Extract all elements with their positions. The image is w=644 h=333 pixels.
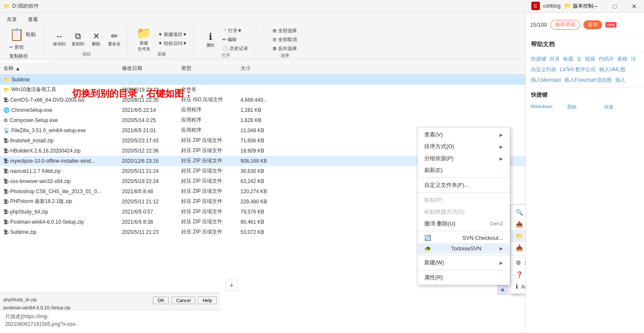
- file-icon: 🗜: [3, 168, 8, 174]
- help-link-code[interactable]: 代码片: [599, 56, 614, 63]
- rename-button[interactable]: ✏ 重命名: [105, 27, 123, 51]
- context-menu-item-group[interactable]: 分组依据(P) ▶: [417, 153, 510, 164]
- help-link-title[interactable]: 标题: [563, 56, 573, 63]
- shortcut-icons[interactable]: 图标: [567, 104, 602, 110]
- close-button[interactable]: ✕: [625, 0, 644, 13]
- context-menu-item-refresh[interactable]: 刷新(E): [417, 164, 510, 176]
- new-folder-button[interactable]: 📁 新建 文件夹: [134, 27, 154, 51]
- shortcut-fast[interactable]: 快捷: [604, 104, 639, 110]
- copy-to-button[interactable]: ⧉ 复制到: [69, 27, 87, 51]
- edit-button[interactable]: ✏ 编辑: [220, 36, 251, 44]
- help-link-table[interactable]: 表格: [617, 56, 627, 63]
- select-all-button[interactable]: ⊞ 全部选择: [270, 27, 299, 35]
- context-menu-item-view[interactable]: 查看(V) ▶: [417, 129, 510, 141]
- table-row[interactable]: 🌐ChromeSetup.exe 2021/6/5 22:14 应用程序 1,2…: [0, 105, 525, 115]
- delete-icon: ✕: [93, 31, 100, 41]
- maximize-button[interactable]: □: [605, 0, 625, 13]
- context-menu-item-undo[interactable]: 撤消 删除(U) Ctrl+Z: [417, 218, 510, 230]
- context-menu-item-svn-checkout[interactable]: 🔄 SVN Checkout...: [417, 233, 510, 243]
- paste-button[interactable]: 📋 粘贴: [7, 27, 39, 42]
- help-link-insert[interactable]: 插入: [615, 77, 625, 84]
- save-draft-button[interactable]: 保存草稿: [550, 20, 580, 30]
- file-icon: 🗜: [3, 229, 8, 235]
- table-row[interactable]: ⚙Composer-Setup.exe 2020/5/14 0:25 应用程序 …: [0, 115, 525, 125]
- file-icon: 🗜: [3, 148, 8, 154]
- help-link-flowchart[interactable]: 插入Flowchart流程图: [564, 77, 612, 84]
- help-link-latex[interactable]: LaTeX 数学公式: [560, 66, 596, 73]
- col-modified-header[interactable]: 修改日期: [119, 65, 178, 72]
- copy-icon: ⧉: [75, 31, 81, 41]
- move-to-button[interactable]: ↔ 移动到: [50, 27, 68, 51]
- user-avatar: C: [531, 2, 540, 10]
- arrow-right-icon: ▶: [500, 144, 503, 149]
- context-menu-item-sort[interactable]: 排序方式(O) ▶: [417, 141, 510, 153]
- right-panel: 15/100 保存草稿 发布 new 帮助文档 快捷键 目录 标题 文 链接 代…: [525, 13, 644, 333]
- file-icon: 📁: [3, 87, 10, 93]
- title-bar: 📁 D:\我的软件 ─ □ ✕ C cxhblog 📁 版本控制: [0, 0, 644, 13]
- invert-icon: ⊠: [273, 46, 276, 51]
- file-icon: 🗜: [3, 199, 8, 205]
- context-menu-item-tortoisesvn[interactable]: 🐢 TortoiseSVN ▶: [417, 243, 510, 254]
- new-item-button[interactable]: ▼ 新建项目▼: [155, 31, 190, 39]
- open-label: 打开: [222, 53, 230, 59]
- help-link-shortcut[interactable]: 快捷键: [531, 56, 546, 63]
- file-icon: 🗜: [3, 219, 8, 225]
- organize-label: 组织: [83, 51, 91, 58]
- context-menu-item-customize[interactable]: 自定义文件夹(F)...: [417, 179, 510, 191]
- column-headers: 名称 ▲ 修改日期 类型 大小: [0, 63, 525, 75]
- col-size-header[interactable]: 大小: [237, 65, 279, 72]
- table-row[interactable]: 📁Win10激活备用工具 2020/8/19 23:42 文件夹: [0, 85, 525, 95]
- invert-select-button[interactable]: ⊠ 反向选择: [270, 44, 299, 53]
- easy-access-button[interactable]: ▼ 轻松访问▼: [155, 39, 190, 47]
- version-text: 版本控制: [573, 3, 593, 10]
- context-menu-item-paste-shortcut[interactable]: 粘贴快捷方式(S): [417, 206, 510, 218]
- cut-button[interactable]: ✂ 剪切: [7, 43, 26, 51]
- add-content-button[interactable]: +: [226, 280, 238, 291]
- file-icon: 🌐: [3, 107, 10, 113]
- col-name-header[interactable]: 名称 ▲: [0, 65, 119, 72]
- select-none-button[interactable]: ⊟ 全部取消: [270, 36, 299, 44]
- delete-button[interactable]: ✕ 删除: [88, 27, 105, 51]
- help-link-note[interactable]: 注: [631, 56, 636, 63]
- help-link-mermaid[interactable]: 插入Mermaid: [531, 77, 561, 84]
- table-row[interactable]: 🗜CentOS-7-x86_64-DVD-2003.iso 2020/8/11 …: [0, 95, 525, 105]
- help-link-link[interactable]: 链接: [585, 56, 595, 63]
- col-type-header[interactable]: 类型: [178, 65, 237, 72]
- open-button[interactable]: ↗ 打开▼: [220, 27, 251, 35]
- file-icon: 🗜: [3, 209, 8, 215]
- context-menu-separator: [417, 178, 510, 178]
- dialog-help-button[interactable]: Help: [198, 297, 217, 304]
- properties-button[interactable]: ℹ 属性: [202, 28, 219, 52]
- publish-button[interactable]: 发布: [583, 20, 602, 29]
- context-menu-separator: [417, 231, 510, 231]
- new-label: 新建: [158, 51, 166, 58]
- about-icon: ℹ: [516, 283, 518, 290]
- select-label: 选择: [281, 53, 289, 59]
- help-link-custom-list[interactable]: 自定义列表: [531, 66, 556, 73]
- help-link-text[interactable]: 文: [577, 56, 582, 63]
- tab-share[interactable]: 共享: [2, 14, 22, 25]
- copy-path-button[interactable]: 复制路径: [7, 52, 30, 60]
- dialog-ok-button[interactable]: OK: [153, 297, 169, 304]
- table-row[interactable]: 📁 Sublime: [0, 75, 525, 85]
- context-menu-item-properties[interactable]: 属性(R): [417, 272, 510, 283]
- properties-icon: ℹ: [209, 31, 212, 42]
- window-icon: 📁: [3, 3, 10, 9]
- ribbon-group-organize: ↔ 移动到 ⧉ 复制到 ✕ 删除 ✏ 重命名: [47, 27, 127, 57]
- tab-view[interactable]: 查看: [23, 14, 43, 25]
- ribbon-group-open: ℹ 属性 ↗ 打开▼ ✏ 编辑 🕐 历史记录 打开: [197, 27, 256, 57]
- help-links-area: 快捷键 目录 标题 文 链接 代码片 表格 注 自定义列表 LaTeX 数学公式…: [526, 52, 644, 87]
- shortcuts-title: 快捷键: [526, 87, 644, 102]
- file-icon: 🗜: [3, 97, 8, 103]
- context-menu-item-paste[interactable]: 粘贴(P): [417, 194, 510, 206]
- markdown-text: 片描述](https://img- 2021060617191565.png?x…: [5, 313, 215, 328]
- shortcut-markdown[interactable]: Markdown: [531, 104, 566, 110]
- help-link-uml[interactable]: 插入UML图: [599, 66, 625, 73]
- ribbon-group-select: ⊞ 全部选择 ⊟ 全部取消 ⊠ 反向选择 选择: [260, 27, 310, 57]
- help-link-toc[interactable]: 目录: [550, 56, 560, 63]
- arrow-right-icon: ▶: [500, 261, 503, 265]
- context-menu-item-new[interactable]: 新建(W) ▶: [417, 257, 510, 269]
- dialog-cancel-button[interactable]: Cancel: [171, 297, 195, 304]
- list-view-button[interactable]: ≡: [498, 285, 508, 295]
- history-button[interactable]: 🕐 历史记录: [220, 44, 251, 53]
